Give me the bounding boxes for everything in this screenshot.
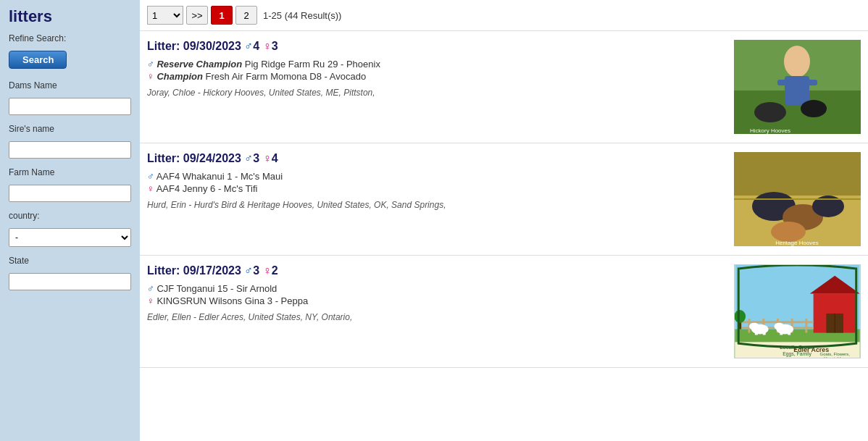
- state-label: State: [9, 256, 131, 266]
- dam-line: ♀ Champion Fresh Air Farm Momona D8 - Av…: [147, 71, 727, 82]
- svg-point-6: [754, 102, 786, 122]
- sires-name-input[interactable]: [9, 141, 131, 159]
- svg-rect-31: [755, 329, 758, 335]
- litter-card: Litter: 09/17/2023 ♂3 ♀2 ♂ CJF Tonganui …: [140, 256, 868, 368]
- litter-date: Litter: 09/30/2023: [147, 40, 241, 52]
- sire-line: ♂ CJF Tonganui 15 - Sir Arnold: [147, 283, 727, 294]
- search-button[interactable]: Search: [9, 51, 67, 69]
- sire-role: Reserve Champion: [157, 59, 242, 70]
- next-pages-button[interactable]: >>: [186, 6, 208, 25]
- litter-title: Litter: 09/24/2023 ♂3 ♀4: [147, 152, 727, 165]
- litter-title: Litter: 09/30/2023 ♂4 ♀3: [147, 40, 727, 53]
- main-content: 1 2 >> 1 2 1-25 (44 Result(s)) Litter: 0…: [140, 0, 868, 441]
- state-input[interactable]: [9, 273, 131, 290]
- sire-line: ♂ AAF4 Whakanui 1 - Mc's Maui: [147, 171, 727, 182]
- litter-card: Litter: 09/30/2023 ♂4 ♀3 ♂ Reserve Champ…: [140, 31, 868, 143]
- sire-name: CJF Tonganui 15 - Sir Arnold: [157, 283, 277, 294]
- svg-text:Hickory Hooves: Hickory Hooves: [750, 127, 790, 134]
- logo-svg: Locally Grown Eggs, Family Edler Acres G…: [735, 265, 860, 358]
- svg-rect-32: [763, 329, 766, 335]
- female-icon: ♀: [263, 152, 272, 164]
- dams-name-label: Dams Name: [9, 80, 131, 91]
- page-2-button[interactable]: 2: [235, 6, 257, 25]
- dam-line: ♀ KINGSRUN Wilsons Gina 3 - Peppa: [147, 295, 727, 306]
- litter-parents: ♂ Reserve Champion Pig Ridge Farm Ru 29 …: [147, 59, 727, 82]
- litter-image: Locally Grown Eggs, Family Edler Acres G…: [734, 264, 861, 358]
- country-label: country:: [9, 211, 131, 221]
- dam-role: Champion: [157, 71, 203, 82]
- litter-date: Litter: 09/17/2023: [147, 264, 241, 277]
- svg-rect-4: [777, 80, 792, 85]
- svg-point-2: [784, 46, 810, 77]
- male-icon: ♂: [244, 264, 253, 277]
- page-title: litters: [9, 7, 131, 26]
- country-select[interactable]: -: [9, 228, 131, 247]
- sidebar: litters Refine Search: Search Dams Name …: [0, 0, 140, 441]
- litter-photo-farm1: Hickory Hooves: [734, 40, 861, 134]
- page-select[interactable]: 1 2: [147, 6, 183, 25]
- female-count: 4: [272, 152, 278, 164]
- litter-image: Hickory Hooves: [734, 40, 861, 134]
- litter-date: Litter: 09/24/2023: [147, 152, 241, 164]
- svg-rect-36: [788, 329, 790, 335]
- sire-line: ♂ Reserve Champion Pig Ridge Farm Ru 29 …: [147, 59, 727, 70]
- svg-text:Vegetables: Vegetables: [825, 356, 846, 358]
- female-count: 3: [272, 40, 278, 52]
- litter-card: Litter: 09/24/2023 ♂3 ♀4 ♂ AAF4 Whakanui…: [140, 143, 868, 256]
- litter-parents: ♂ CJF Tonganui 15 - Sir Arnold ♀ KINGSRU…: [147, 283, 727, 306]
- litter-parents: ♂ AAF4 Whakanui 1 - Mc's Maui ♀ AAF4 Jen…: [147, 171, 727, 194]
- sires-name-label: Sire's name: [9, 124, 131, 134]
- page-1-button[interactable]: 1: [211, 6, 233, 25]
- male-icon: ♂: [244, 152, 253, 164]
- male-count: 4: [253, 40, 259, 52]
- refine-search-label: Refine Search:: [9, 33, 131, 43]
- svg-point-7: [801, 100, 827, 117]
- litter-photo-logo: Locally Grown Eggs, Family Edler Acres G…: [734, 264, 861, 358]
- litter-owner: Joray, Chloe - Hickory Hooves, United St…: [147, 88, 727, 98]
- female-icon: ♀: [263, 264, 272, 277]
- dam-line: ♀ AAF4 Jenny 6 - Mc's Tifi: [147, 183, 727, 194]
- female-count: 2: [272, 264, 278, 277]
- litter-info: Litter: 09/17/2023 ♂3 ♀2 ♂ CJF Tonganui …: [147, 264, 727, 358]
- farm-name-label: Farm Name: [9, 167, 131, 177]
- dams-name-input[interactable]: [9, 98, 131, 115]
- dam-name: KINGSRUN Wilsons Gina 3 - Peppa: [157, 295, 308, 306]
- svg-rect-5: [803, 80, 817, 85]
- male-count: 3: [253, 264, 259, 277]
- svg-text:Heritage Hooves: Heritage Hooves: [775, 240, 819, 246]
- sire-name: Pig Ridge Farm Ru 29 - Phoenix: [245, 59, 380, 70]
- dam-name: AAF4 Jenny 6 - Mc's Tifi: [157, 183, 258, 194]
- farm2-svg: Heritage Hooves: [734, 152, 861, 246]
- svg-point-14: [771, 222, 806, 242]
- svg-point-33: [749, 323, 759, 330]
- litter-info: Litter: 09/24/2023 ♂3 ♀4 ♂ AAF4 Whakanui…: [147, 152, 727, 246]
- dam-name: Fresh Air Farm Momona D8 - Avocado: [206, 71, 367, 82]
- sire-name: AAF4 Whakanui 1 - Mc's Maui: [157, 171, 283, 182]
- litter-title: Litter: 09/17/2023 ♂3 ♀2: [147, 264, 727, 277]
- litter-owner: Hurd, Erin - Hurd's Bird & Heritage Hoov…: [147, 200, 727, 210]
- litter-image: Heritage Hooves: [734, 152, 861, 246]
- svg-point-39: [735, 310, 746, 323]
- farm1-svg: Hickory Hooves: [734, 40, 861, 134]
- farm-name-input[interactable]: [9, 185, 131, 202]
- results-count: 1-25 (44 Result(s)): [263, 10, 341, 21]
- male-count: 3: [253, 152, 259, 164]
- svg-rect-35: [780, 329, 783, 335]
- litter-owner: Edler, Ellen - Edler Acres, United State…: [147, 312, 727, 322]
- svg-point-37: [775, 323, 785, 330]
- female-icon: ♀: [263, 40, 272, 52]
- litter-info: Litter: 09/30/2023 ♂4 ♀3 ♂ Reserve Champ…: [147, 40, 727, 134]
- male-icon: ♂: [244, 40, 253, 52]
- pagination-bar: 1 2 >> 1 2 1-25 (44 Result(s)): [140, 0, 868, 31]
- litter-photo-farm2: Heritage Hooves: [734, 152, 861, 246]
